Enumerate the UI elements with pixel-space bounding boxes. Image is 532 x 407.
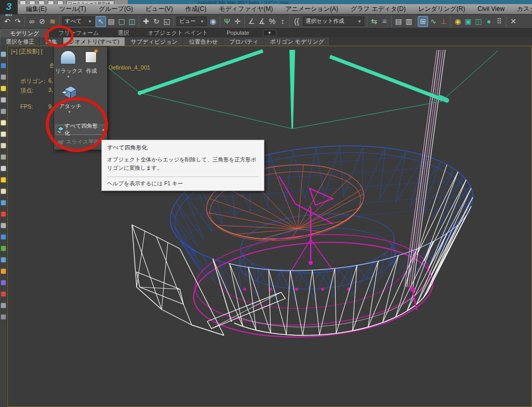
stats-polygons-value: 6, xyxy=(48,77,53,84)
sphere-icon[interactable] xyxy=(1,257,6,263)
menu-item-6[interactable]: アニメーション(A) xyxy=(279,4,344,14)
spinner-snap-icon[interactable]: ↕ xyxy=(277,16,288,27)
scene-explorer-icon[interactable]: ▥ xyxy=(404,16,414,27)
menu-item-2[interactable]: グループ(G) xyxy=(92,4,139,14)
workspace-dropdown[interactable]: ワークスペース規定値 xyxy=(66,1,114,4)
viewport-label[interactable]: [+] [正投影] [ xyxy=(11,48,43,56)
ribbon-tab-2[interactable]: 選択 xyxy=(109,29,139,37)
rectangular-selection-icon[interactable]: ▢ xyxy=(116,16,127,27)
cloud-icon[interactable] xyxy=(1,63,6,69)
schematic-view-icon[interactable]: ⊥ xyxy=(438,16,449,27)
window-crossing-icon[interactable]: ◫ xyxy=(127,16,137,27)
create-icon[interactable] xyxy=(85,51,97,63)
keyboard-shortcut-toggle-icon[interactable]: ✛ xyxy=(232,16,243,27)
curve-editor-icon[interactable]: ∿ xyxy=(428,16,438,27)
toolbar-separator xyxy=(220,16,220,27)
layer-manager-icon[interactable]: ▤ xyxy=(393,16,404,27)
main-toolbar: ↶↷∞⊘≋すべて▼↖▤▢◫✚↻◱ビュー▼◉Ψ✛∠∡%↕({選択セット作成▼⇆≡▤… xyxy=(0,14,532,29)
select-and-manipulate-icon[interactable]: Ψ xyxy=(222,16,232,27)
undo-scene-icon[interactable] xyxy=(48,1,54,4)
bind-to-space-warp-icon[interactable]: ≋ xyxy=(47,16,58,27)
stats-polygons-label: ポリゴン: xyxy=(20,77,45,85)
toolbar-separator xyxy=(367,16,367,27)
gray-icon[interactable] xyxy=(1,303,6,308)
menu-item-3[interactable]: ビュー(V) xyxy=(139,4,179,14)
reference-coordinate-dropdown[interactable]: ビュー▼ xyxy=(177,17,207,26)
menu-item-7[interactable]: グラフ エディタ(D) xyxy=(344,4,412,14)
ribbon-tab-3[interactable]: オブジェクト ペイント xyxy=(139,29,218,37)
menu-item-10[interactable]: カスタマイズ(U) xyxy=(511,4,532,14)
menu-item-9[interactable]: Civil View xyxy=(471,4,511,14)
snaps-toggle-icon[interactable]: ∠ xyxy=(246,16,257,27)
relax-icon[interactable] xyxy=(60,50,76,64)
align-icon[interactable]: ≡ xyxy=(379,16,390,27)
ribbon-tab-4[interactable]: Populate xyxy=(217,29,258,37)
named-selection-sets-dropdown[interactable]: 選択セット作成▼ xyxy=(303,17,364,26)
sun-icon[interactable] xyxy=(1,177,6,183)
render-production-icon[interactable]: ● xyxy=(484,16,494,27)
rendered-frame-icon[interactable]: ◫ xyxy=(473,16,484,27)
swirl-icon[interactable] xyxy=(1,234,6,240)
select-by-name-icon[interactable]: ▤ xyxy=(106,16,116,27)
package-icon[interactable] xyxy=(1,280,6,286)
material-editor-icon[interactable]: ◉ xyxy=(453,16,463,27)
open-file-icon[interactable] xyxy=(29,1,35,4)
app-logo[interactable]: 3MAX xyxy=(0,0,18,14)
camera-icon[interactable] xyxy=(1,97,6,103)
percent-snap-icon[interactable]: % xyxy=(267,16,277,27)
save-file-icon[interactable] xyxy=(38,1,45,4)
title-bar: ワークスペース規定値 Autodesk 3ds Max 2017 base - … xyxy=(0,0,532,4)
angle-snap-icon[interactable]: ∡ xyxy=(257,16,267,27)
mirror-icon[interactable]: ⇆ xyxy=(369,16,379,27)
menu-item-8[interactable]: レンダリング(R) xyxy=(412,4,471,14)
select-object-icon[interactable]: ↖ xyxy=(96,16,106,27)
toolbar-separator xyxy=(450,16,451,27)
balls-icon[interactable] xyxy=(1,268,6,274)
render-setup-icon[interactable]: ▣ xyxy=(463,16,473,27)
create-button[interactable]: 作成 xyxy=(83,67,100,75)
selection-filter-dropdown[interactable]: すべて▼ xyxy=(62,17,95,26)
pin-icon[interactable] xyxy=(1,211,6,217)
redo-scene-icon[interactable] xyxy=(57,1,63,4)
relax-caret-icon[interactable]: ▼ xyxy=(66,75,70,78)
ribbon-panel-tab-3[interactable]: サブディビジョン xyxy=(125,37,183,46)
menu-item-0[interactable]: 編集(E) xyxy=(20,4,53,14)
ribbon-tab-0[interactable]: モデリング xyxy=(0,29,49,37)
select-and-scale-icon[interactable]: ◱ xyxy=(162,16,172,27)
civil-view-icon[interactable] xyxy=(1,51,6,57)
select-and-rotate-icon[interactable]: ↻ xyxy=(151,16,162,27)
edit-named-selection-icon[interactable]: ({ xyxy=(291,16,302,27)
ribbon-panel-tab-0[interactable]: 選択を修正 xyxy=(0,37,40,46)
grass-icon[interactable] xyxy=(1,246,6,251)
menu-item-1[interactable]: ツール(T) xyxy=(53,4,92,14)
bar-icon[interactable] xyxy=(1,120,6,126)
ribbon-panel-tab-5[interactable]: プロパティ xyxy=(223,37,264,46)
disc-icon[interactable] xyxy=(1,131,6,137)
select-and-link-icon[interactable]: ∞ xyxy=(26,16,37,27)
render-iterative-icon[interactable]: ⠿ xyxy=(494,16,504,27)
unlink-selection-icon[interactable]: ⊘ xyxy=(37,16,47,27)
stats-vertices-value: 3, xyxy=(48,87,53,93)
moon-icon[interactable] xyxy=(1,188,6,194)
ribbon-minimize-caret-icon[interactable]: ▼ xyxy=(263,30,276,36)
region-icon[interactable] xyxy=(1,291,6,297)
use-pivot-point-icon[interactable]: ◉ xyxy=(208,16,218,27)
terrain-icon[interactable] xyxy=(1,223,6,228)
tool-icon[interactable] xyxy=(1,108,6,114)
ribbon-panel-tab-4[interactable]: 位置合わせ xyxy=(183,37,224,46)
sun-cloud-icon[interactable] xyxy=(1,86,6,91)
rain-icon[interactable] xyxy=(1,200,6,206)
photo-icon[interactable] xyxy=(1,74,6,80)
sketch-icon[interactable] xyxy=(1,154,6,160)
select-and-move-icon[interactable]: ✚ xyxy=(141,16,151,27)
graphite-ribbon-toggle-icon[interactable]: ⊞ xyxy=(418,16,428,27)
relax-button[interactable]: リラックス xyxy=(55,67,83,75)
mountain-icon[interactable] xyxy=(1,166,6,171)
help-icon[interactable] xyxy=(1,314,6,320)
disc2-icon[interactable] xyxy=(1,143,6,148)
menu-item-4[interactable]: 作成(C) xyxy=(179,4,213,14)
menu-item-5[interactable]: モディファイヤ(M) xyxy=(212,4,279,14)
new-scene-icon[interactable] xyxy=(20,1,26,4)
close-toolbar-icon[interactable]: ✕ xyxy=(508,16,518,27)
ribbon-panel-tab-6[interactable]: ポリゴン モデリング xyxy=(264,37,330,46)
